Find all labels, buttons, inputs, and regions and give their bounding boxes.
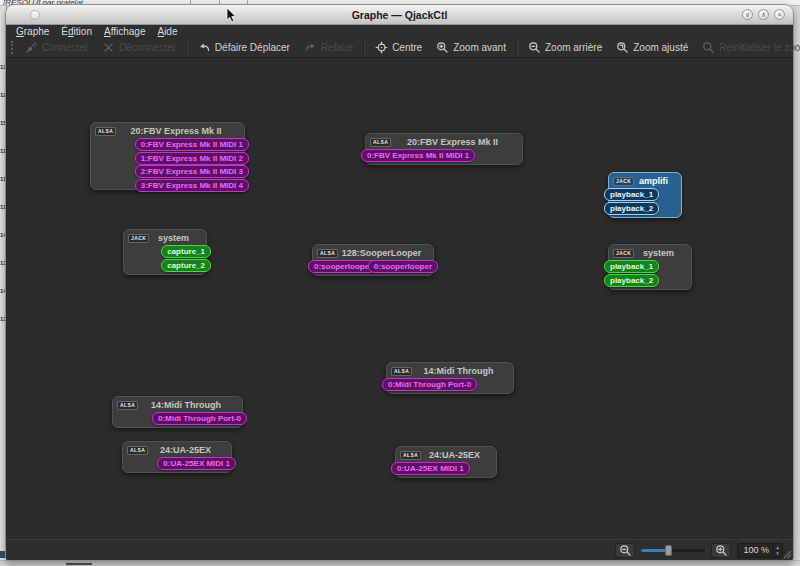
toolbar-button-centre[interactable]: Centre xyxy=(368,39,429,57)
port-0-ua-25ex-midi-1[interactable]: 0:UA-25EX MIDI 1 xyxy=(157,457,236,470)
zoom-slider-handle[interactable] xyxy=(665,545,672,556)
node-title: 24:UA-25EX xyxy=(151,445,226,455)
zoom-in-icon xyxy=(436,41,449,54)
graph-node-fbv-express-in[interactable]: ALSA20:FBV Express Mk II0:FBV Express Mk… xyxy=(365,133,523,165)
jack-badge: JACK xyxy=(128,234,149,243)
toolbar-label: Refaire xyxy=(321,42,353,53)
toolbar: ConnecterDéconnecterDéfaire DéplacerRefa… xyxy=(6,38,793,58)
toolbar-button-zoom-arriere[interactable]: Zoom arrière xyxy=(521,39,609,57)
node-header: ALSA20:FBV Express Mk II xyxy=(91,123,244,138)
window-controls: ∨∧× xyxy=(742,9,785,20)
port-0-fbv-express-mk-ii-midi-1[interactable]: 0:FBV Express Mk II MIDI 1 xyxy=(135,138,249,151)
toolbar-button-zoom-ajuste[interactable]: Zoom ajusté xyxy=(609,39,695,57)
node-header: ALSA24:UA-25EX xyxy=(396,447,496,462)
node-header: ALSA24:UA-25EX xyxy=(123,442,231,457)
node-title: amplifi xyxy=(637,176,676,186)
zoom-reset-icon xyxy=(702,41,715,54)
close-button[interactable]: × xyxy=(774,9,785,20)
graph-node-fbv-express-out[interactable]: ALSA20:FBV Express Mk II0:FBV Express Mk… xyxy=(90,122,245,190)
graph-node-midi-through-out[interactable]: ALSA14:Midi Through0:Midi Through Port-0 xyxy=(112,396,243,428)
jack-badge: JACK xyxy=(613,249,634,258)
alsa-badge: ALSA xyxy=(95,127,116,136)
port-playback-2[interactable]: playback_2 xyxy=(604,274,659,287)
plug-icon xyxy=(25,41,38,54)
undo-icon xyxy=(198,41,211,54)
toolbar-button-connecter[interactable]: Connecter xyxy=(18,39,95,57)
qjackctl-graph-window: Graphe — QjackCtl ∨∧× GrapheÉditionAffic… xyxy=(6,5,793,560)
node-title: system xyxy=(152,233,201,243)
toolbar-label: Zoom ajusté xyxy=(633,42,688,53)
zoom-out-button[interactable] xyxy=(615,543,635,558)
menu-item-affichage[interactable]: Affichage xyxy=(98,25,152,38)
window-titlebar[interactable]: Graphe — QjackCtl ∨∧× xyxy=(6,5,793,25)
menu-item-graphe[interactable]: Graphe xyxy=(10,25,55,38)
toolbar-separator xyxy=(186,41,188,55)
port-playback-1[interactable]: playback_1 xyxy=(604,260,659,273)
port-0-fbv-express-mk-ii-midi-1[interactable]: 0:FBV Express Mk II MIDI 1 xyxy=(361,149,475,162)
port-0-midi-through-port-0[interactable]: 0:Midi Through Port-0 xyxy=(152,412,247,425)
port-capture-2[interactable]: capture_2 xyxy=(161,259,211,272)
toolbar-separator xyxy=(363,41,365,55)
toolbar-label: Zoom arrière xyxy=(545,42,602,53)
desktop: [RESOLU] par pratelat 131215111111141314… xyxy=(0,0,800,566)
alsa-badge: ALSA xyxy=(391,367,412,376)
alsa-badge: ALSA xyxy=(117,401,138,410)
graph-node-midi-through-in[interactable]: ALSA14:Midi Through0:Midi Through Port-0 xyxy=(386,362,514,394)
toolbar-button-deconnecter[interactable]: Déconnecter xyxy=(95,39,183,57)
menu-item-edition[interactable]: Édition xyxy=(55,25,98,38)
shade-button[interactable]: ∨ xyxy=(742,9,753,20)
node-title: 24:UA-25EX xyxy=(424,450,491,460)
node-title: 20:FBV Express Mk II xyxy=(394,137,517,147)
toolbar-label: Connecter xyxy=(42,42,88,53)
port-0-ua-25ex-midi-1[interactable]: 0:UA-25EX MIDI 1 xyxy=(391,462,470,475)
graph-node-ua25ex-in[interactable]: ALSA24:UA-25EX0:UA-25EX MIDI 1 xyxy=(395,446,497,478)
alsa-badge: ALSA xyxy=(317,249,338,258)
zoom-in-button[interactable] xyxy=(711,543,731,558)
jack-badge: JACK xyxy=(613,177,634,186)
node-title: system xyxy=(637,248,686,258)
toolbar-label: Défaire Déplacer xyxy=(215,42,290,53)
alsa-badge: ALSA xyxy=(370,138,391,147)
port-playback-2[interactable]: playback_2 xyxy=(604,202,659,215)
redo-icon xyxy=(304,41,317,54)
node-header: ALSA14:Midi Through xyxy=(113,397,242,412)
background-page-bottom xyxy=(0,560,800,566)
graph-node-system-playback[interactable]: JACKsystemplayback_1playback_2 xyxy=(608,244,692,290)
toolbar-button-refaire[interactable]: Refaire xyxy=(297,39,360,57)
graph-node-amplifi[interactable]: JACKamplifiplayback_1playback_2 xyxy=(608,172,682,218)
port-3-fbv-express-mk-ii-midi-4[interactable]: 3:FBV Express Mk II MIDI 4 xyxy=(135,179,249,192)
node-header: JACKsystem xyxy=(124,230,206,245)
graph-canvas[interactable]: ALSA20:FBV Express Mk II0:FBV Express Mk… xyxy=(6,58,793,539)
port-1-fbv-express-mk-ii-midi-2[interactable]: 1:FBV Express Mk II MIDI 2 xyxy=(135,152,249,165)
port-capture-1[interactable]: capture_1 xyxy=(161,245,211,258)
toolbar-button-defaire-deplacer[interactable]: Défaire Déplacer xyxy=(191,39,297,57)
mouse-cursor-icon xyxy=(226,8,238,24)
toolbar-separator xyxy=(516,41,518,55)
zoom-value: 100 % xyxy=(738,545,772,555)
toolbar-drag-handle[interactable] xyxy=(11,41,13,54)
node-title: 128:SooperLooper xyxy=(341,248,428,258)
node-header: JACKsystem xyxy=(609,245,691,260)
port-0-sooperlooper[interactable]: 0:sooperlooper xyxy=(368,260,438,273)
graph-node-sooperlooper[interactable]: ALSA128:SooperLooper0:sooperlooper0:soop… xyxy=(312,244,434,276)
port-playback-1[interactable]: playback_1 xyxy=(604,188,659,201)
zoom-slider[interactable] xyxy=(641,543,705,558)
window-menu-button[interactable] xyxy=(30,10,40,20)
node-title: 14:Midi Through xyxy=(141,400,237,410)
toolbar-label: Centre xyxy=(392,42,422,53)
node-header: ALSA128:SooperLooper xyxy=(313,245,433,260)
alsa-badge: ALSA xyxy=(400,451,421,460)
maximize-button[interactable]: ∧ xyxy=(758,9,769,20)
port-2-fbv-express-mk-ii-midi-3[interactable]: 2:FBV Express Mk II MIDI 3 xyxy=(135,165,249,178)
resize-grip[interactable] xyxy=(781,548,792,559)
toolbar-label: Déconnecter xyxy=(119,42,176,53)
port-0-midi-through-port-0[interactable]: 0:Midi Through Port-0 xyxy=(382,378,477,391)
menu-item-aide[interactable]: Aide xyxy=(151,25,183,38)
toolbar-button-zoom-avant[interactable]: Zoom avant xyxy=(429,39,513,57)
window-title: Graphe — QjackCtl xyxy=(352,9,448,21)
toolbar-button-reinitialiser-le-zoom[interactable]: Réinitialiser le zoom xyxy=(695,39,800,57)
graph-node-system-capture[interactable]: JACKsystemcapture_1capture_2 xyxy=(123,229,207,275)
graph-node-ua25ex-out[interactable]: ALSA24:UA-25EX0:UA-25EX MIDI 1 xyxy=(122,441,232,473)
zoom-spinbox[interactable]: 100 % ▴▾ xyxy=(737,543,783,558)
node-title: 20:FBV Express Mk II xyxy=(119,126,239,136)
